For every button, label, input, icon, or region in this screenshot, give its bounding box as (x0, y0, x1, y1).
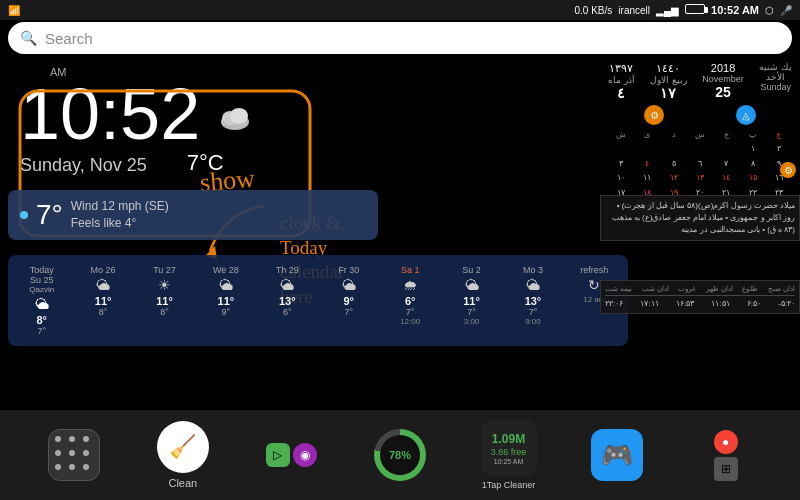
forecast-day-item: Today Su 25 Qazvin 🌥 8° 7° (12, 263, 71, 338)
sunrise-time: ۶:۵۰ (747, 299, 761, 308)
current-time: 10:52 AM (711, 4, 759, 16)
cleaner-app-icon[interactable]: 1.09M 3.66 free 10:25 AM (481, 420, 537, 476)
persian-month: آذر ماه (608, 75, 635, 85)
arabic-month: ربيع الاول (650, 75, 687, 85)
calendar-day-cell (634, 142, 659, 156)
search-bar[interactable]: 🔍 Search (8, 22, 792, 54)
dot-grid (47, 428, 101, 482)
gregorian-day: 25 (702, 84, 744, 100)
clock-digits: 10:52 (20, 78, 200, 150)
persian-day-name: يك شنبه (759, 62, 792, 72)
news-text: میلاد حضرت رسول اکرم(ص)(۵۸ سال قبل از هج… (612, 201, 795, 234)
maghrib-time: ۱۶:۵۳ (676, 299, 694, 308)
persian-date: ١٣٩٧ آذر ماه ٤ (608, 62, 635, 101)
cast-icon: ⬡ (765, 5, 774, 16)
forecast-scroll: Today Su 25 Qazvin 🌥 8° 7° Mo 26 🌥 11° 8… (12, 263, 624, 338)
forecast-day-item: Sa 1 🌧 6° 7° 12:00 (380, 263, 439, 338)
calendar-day-cell: ٨ (740, 157, 765, 171)
calendar-header: ١٣٩٧ آذر ماه ٤ ١٤٤٠ ربيع الاول ١٧ 2018 N… (608, 62, 792, 101)
calendar-settings-icon[interactable]: ⚙ (644, 105, 664, 125)
dock-item-misc: ● ⊞ (696, 430, 756, 481)
calendar-day-cell: ١٢ (661, 171, 686, 185)
bottom-dock: 🧹 Clean ▷ ◉ 78% 1.09M 3.66 free 10:25 AM… (0, 410, 800, 500)
dock-item-cleaner[interactable]: 1.09M 3.66 free 10:25 AM 1Tap Cleaner (479, 420, 539, 490)
calendar-day-cell (687, 142, 712, 156)
weekday-y: ی (634, 129, 660, 140)
feels-like: Feels like 4° (71, 215, 169, 232)
circle-progress-icon[interactable]: 78% (374, 429, 426, 481)
persian-year: ١٣٩٧ (608, 62, 635, 75)
clean-label: Clean (168, 477, 197, 489)
weekday-s: س (687, 129, 713, 140)
weekday-sh: ش (608, 129, 634, 140)
apps-grid-icon[interactable] (48, 429, 100, 481)
prayer-times-panel: اذان صبح طلوع اذان ظهر غروب اذان شب نیمه… (600, 280, 800, 314)
calendar-day-cell: ١٤ (714, 171, 739, 185)
calendar-day-cell (661, 142, 686, 156)
status-left: 📶 (8, 5, 20, 16)
signal-strength: ▂▄▆ (656, 5, 679, 16)
day-names: يك شنبه الأحد Sunday (759, 62, 792, 101)
weekday-d: د (661, 129, 687, 140)
cleaner-app-name: 1Tap Cleaner (482, 480, 536, 490)
dock-item-android[interactable]: ▷ ◉ (261, 443, 321, 467)
calendar-location-icon[interactable]: ◬ (736, 105, 756, 125)
grid-small-icon[interactable]: ⊞ (714, 457, 738, 481)
clock-time: 10:52 (20, 78, 360, 150)
forecast-day-item: Mo 26 🌥 11° 8° (73, 263, 132, 338)
wind-speed: Wind 12 mph (SE) (71, 198, 169, 215)
dock-item-gamepad[interactable]: 🎮 (587, 429, 647, 481)
forecast-strip: Today Su 25 Qazvin 🌥 8° 7° Mo 26 🌥 11° 8… (8, 255, 628, 346)
search-placeholder: Search (45, 30, 93, 47)
forecast-day-item: Fr 30 🌥 9° 7° (319, 263, 378, 338)
svg-point-3 (230, 108, 248, 124)
red-dot-icon[interactable]: ● (714, 430, 738, 454)
calendar-icons-row: ⚙ ◬ (608, 105, 792, 125)
weekday-p: پ (739, 129, 765, 140)
weather-detail-panel: 7° Wind 12 mph (SE) Feels like 4° (8, 190, 378, 240)
status-bar: 📶 0.0 KB/s irancell ▂▄▆ 10:52 AM ⬡ 🎤 (0, 0, 800, 20)
cleaner-time-label: 10:25 AM (494, 458, 524, 465)
cleaner-free-label: 3.66 free (491, 447, 527, 457)
clean-app-icon[interactable]: 🧹 (157, 421, 209, 473)
arabic-day-name: الأحد (759, 72, 792, 82)
clock-date-row: Sunday, Nov 25 7°C (20, 150, 360, 176)
circle-percent-label: 78% (380, 435, 420, 475)
weather-status-dot (20, 211, 28, 219)
status-right: 0.0 KB/s irancell ▂▄▆ 10:52 AM ⬡ 🎤 (575, 4, 792, 16)
forecast-day-item: We 28 🌥 11° 9° (196, 263, 255, 338)
dock-item-clean[interactable]: 🧹 Clean (153, 421, 213, 489)
battery-indicator (685, 4, 705, 16)
clock-date: Sunday, Nov 25 (20, 155, 147, 176)
android-icons-row1: ▷ ◉ (266, 443, 317, 467)
dock-item-circle[interactable]: 78% (370, 429, 430, 481)
cleaner-storage-label: 1.09M (492, 432, 525, 446)
weather-temp-big: 7° (36, 199, 63, 231)
search-icon: 🔍 (20, 30, 37, 46)
calendar-day-cell: ٤ (634, 157, 659, 171)
android-icon-1[interactable]: ▷ (266, 443, 290, 467)
calendar-day-cell: ١١ (634, 171, 659, 185)
calendar-settings-gear[interactable]: ⚙ (780, 162, 796, 178)
carrier-name: irancell (618, 5, 650, 16)
calendar-day-cell: ٥ (661, 157, 686, 171)
forecast-day-item: Th 29 🌥 13° 6° (258, 263, 317, 338)
weekday-ch: چ (713, 129, 739, 140)
weather-cloud-icon (210, 92, 260, 142)
persian-day: ٤ (608, 85, 635, 101)
isha-time: ۱۷:۱۱ (640, 299, 658, 308)
arabic-day: ١٧ (650, 85, 687, 101)
prayer-times-header: اذان صبح طلوع اذان ظهر غروب اذان شب نیمه… (605, 285, 795, 296)
calendar-day-cell (608, 142, 633, 156)
gamepad-app-icon[interactable]: 🎮 (591, 429, 643, 481)
dock-item-apps[interactable] (44, 429, 104, 481)
persian-news-panel: میلاد حضرت رسول اکرم(ص)(۵۸ سال قبل از هج… (600, 195, 800, 241)
arabic-date: ١٤٤٠ ربيع الاول ١٧ (650, 62, 687, 101)
weather-wind-info: Wind 12 mph (SE) Feels like 4° (71, 198, 169, 232)
arabic-year: ١٤٤٠ (650, 62, 687, 75)
wifi-icon: 📶 (8, 5, 20, 16)
calendar-day-cell: ١٥ (740, 171, 765, 185)
calendar-day-cell: ٦ (687, 157, 712, 171)
forecast-day-item: Mo 3 🌥 13° 7° 9:00 (503, 263, 562, 338)
android-icon-2[interactable]: ◉ (293, 443, 317, 467)
